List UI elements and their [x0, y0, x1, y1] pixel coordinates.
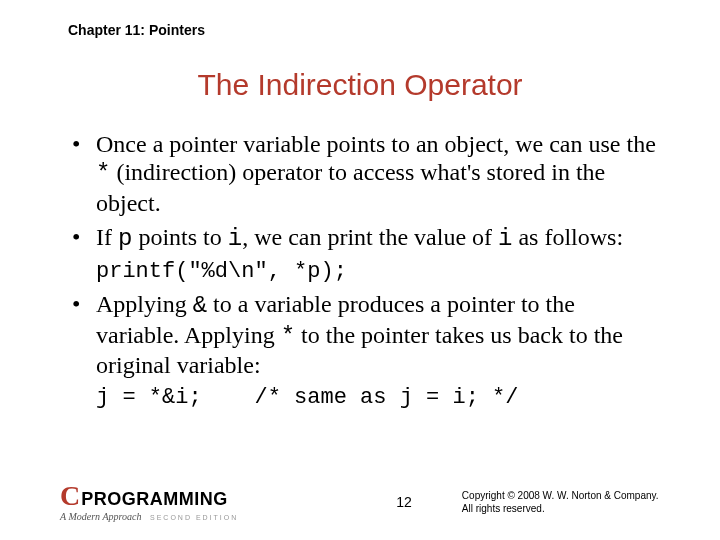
slide-title: The Indirection Operator	[60, 68, 660, 102]
logo-title: CPROGRAMMING	[60, 482, 238, 510]
copyright-line: All rights reserved.	[462, 502, 659, 515]
bullet-text: Applying	[96, 291, 193, 317]
logo-edition: SECOND EDITION	[150, 514, 238, 521]
logo-c-letter: C	[60, 482, 80, 510]
code-block: printf("%d\n", *p);	[96, 259, 660, 284]
book-logo: CPROGRAMMING A Modern Approach SECOND ED…	[60, 482, 238, 522]
logo-text: PROGRAMMING	[81, 490, 228, 508]
inline-code: i	[498, 225, 512, 252]
page-number: 12	[396, 494, 412, 510]
inline-code: *	[281, 323, 295, 350]
inline-code: *	[96, 160, 110, 187]
bullet-text: as follows:	[512, 224, 623, 250]
logo-subtitle: A Modern Approach SECOND EDITION	[60, 512, 238, 522]
copyright: Copyright © 2008 W. W. Norton & Company.…	[462, 489, 659, 515]
inline-code: i	[228, 225, 242, 252]
chapter-label: Chapter 11: Pointers	[68, 22, 660, 38]
bullet-text: points to	[132, 224, 227, 250]
bullet-text: Once a pointer variable points to an obj…	[96, 131, 656, 157]
copyright-line: Copyright © 2008 W. W. Norton & Company.	[462, 489, 659, 502]
bullet-item: Applying & to a variable produces a poin…	[60, 290, 660, 379]
slide: Chapter 11: Pointers The Indirection Ope…	[0, 0, 720, 410]
bullet-list: Applying & to a variable produces a poin…	[60, 290, 660, 379]
code-block: j = *&i; /* same as j = i; */	[96, 385, 660, 410]
bullet-item: If p points to i, we can print the value…	[60, 223, 660, 253]
bullet-list: Once a pointer variable points to an obj…	[60, 130, 660, 253]
bullet-text: (indirection) operator to access what's …	[96, 159, 605, 215]
inline-code: p	[118, 225, 132, 252]
logo-sub-text: A Modern Approach	[60, 511, 141, 522]
bullet-item: Once a pointer variable points to an obj…	[60, 130, 660, 217]
inline-code: &	[193, 292, 207, 319]
bullet-text: , we can print the value of	[242, 224, 498, 250]
bullet-text: If	[96, 224, 118, 250]
footer: CPROGRAMMING A Modern Approach SECOND ED…	[60, 482, 660, 522]
